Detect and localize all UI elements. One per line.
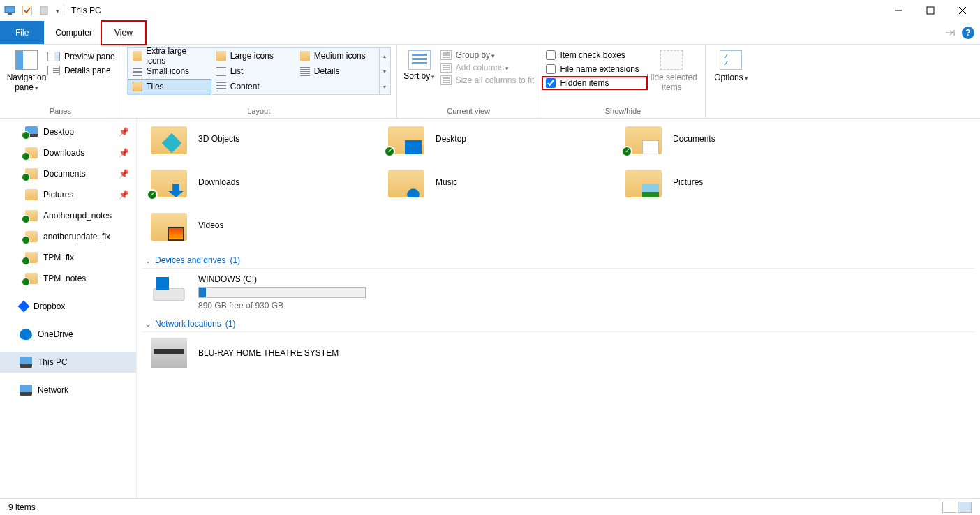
group-by-icon	[440, 50, 452, 60]
folder-videos[interactable]: Videos	[151, 204, 346, 247]
folder-icon	[25, 147, 38, 158]
sync-badge-icon	[147, 189, 158, 200]
sidebar-item-downloads[interactable]: Downloads📌	[0, 142, 136, 163]
layout-large-icons[interactable]: Large icons	[211, 48, 295, 64]
this-pc-icon	[20, 357, 32, 368]
layout-details[interactable]: Details	[295, 64, 379, 79]
title-bar: This PC	[0, 0, 980, 21]
hide-selected-items-button: Hide selected items	[644, 47, 699, 93]
system-buttons	[882, 0, 979, 21]
close-button[interactable]	[946, 0, 979, 21]
layout-list[interactable]: List	[211, 64, 295, 79]
network-locations-header[interactable]: ⌄ Network locations (1)	[142, 311, 974, 332]
large-icons-icon	[216, 51, 226, 61]
hidden-items-checkbox[interactable]: Hidden items	[546, 78, 644, 88]
checkmark-icon[interactable]	[21, 4, 34, 17]
folder-downloads[interactable]: Downloads	[151, 161, 346, 204]
navigation-pane-button[interactable]: Navigation pane	[6, 47, 47, 93]
drive-windows-c[interactable]: WINDOWS (C:) 890 GB free of 930 GB	[142, 274, 974, 311]
sidebar-item-tpm-notes[interactable]: TPM_notes	[0, 268, 136, 289]
folder-3d-objects[interactable]: 3D Objects	[151, 119, 346, 161]
tab-view[interactable]: View	[103, 21, 144, 44]
sidebar-item-dropbox[interactable]: Dropbox	[0, 296, 136, 317]
details-pane-button[interactable]: Details pane	[47, 66, 115, 75]
folder-icon	[25, 252, 38, 263]
drive-name: WINDOWS (C:)	[198, 274, 366, 284]
svg-rect-5	[927, 7, 934, 14]
devices-and-drives-header[interactable]: ⌄ Devices and drives (1)	[142, 247, 974, 269]
content-icon	[216, 82, 226, 91]
layout-tiles[interactable]: Tiles	[128, 79, 211, 94]
sidebar-item-documents[interactable]: Documents📌	[0, 163, 136, 184]
layout-extra-large-icons[interactable]: Extra large icons	[128, 48, 211, 64]
folder-desktop[interactable]: Desktop	[388, 119, 584, 161]
group-show-hide-label: Show/hide	[546, 105, 699, 117]
properties-icon[interactable]	[38, 4, 50, 17]
group-show-hide: Item check boxes File name extensions Hi…	[540, 45, 706, 118]
chevron-down-icon: ⌄	[145, 257, 151, 264]
folder-pictures[interactable]: Pictures	[625, 161, 821, 204]
details-pane-label: Details pane	[64, 66, 111, 75]
svg-rect-9	[154, 288, 184, 301]
layout-content[interactable]: Content	[211, 79, 295, 94]
maximize-button[interactable]	[914, 0, 946, 21]
sidebar-item-desktop[interactable]: Desktop📌	[0, 121, 136, 142]
layout-gallery[interactable]: Extra large icons Large icons Medium ico…	[127, 47, 391, 95]
sort-by-icon	[408, 50, 431, 70]
titlebar-divider	[64, 5, 64, 16]
svg-rect-0	[5, 6, 15, 13]
sort-by-button[interactable]: Sort by	[403, 47, 436, 81]
item-check-boxes-checkbox[interactable]: Item check boxes	[546, 50, 644, 60]
group-layout-label: Layout	[127, 105, 391, 117]
tab-computer[interactable]: Computer	[44, 21, 103, 44]
sync-badge-icon	[384, 146, 395, 157]
drive-usage-bar	[198, 287, 366, 298]
sidebar-item-onedrive[interactable]: OneDrive	[0, 324, 136, 345]
medium-icons-icon	[300, 51, 310, 61]
computer-icon	[4, 4, 17, 17]
ribbon-tabs: File Computer View ?	[0, 21, 980, 45]
minimize-button[interactable]	[882, 0, 914, 21]
options-icon	[720, 50, 742, 70]
sidebar-item-pictures[interactable]: Pictures📌	[0, 184, 136, 205]
sidebar-item-network[interactable]: Network	[0, 380, 136, 401]
minimize-ribbon-icon[interactable]	[945, 29, 956, 37]
size-columns-icon	[440, 75, 452, 85]
tiles-icon	[133, 82, 142, 91]
layout-gallery-scroll[interactable]: ▴▾▾	[379, 48, 390, 94]
status-item-count: 9 items	[8, 502, 36, 512]
preview-pane-label: Preview pane	[64, 52, 115, 61]
group-by-button[interactable]: Group by	[440, 50, 535, 60]
status-tiles-view-button[interactable]	[958, 502, 972, 513]
sidebar-item-anotherupd-notes[interactable]: Anotherupd_notes	[0, 205, 136, 226]
file-name-extensions-checkbox[interactable]: File name extensions	[546, 64, 644, 74]
status-view-toggles	[942, 502, 972, 513]
hide-selected-icon	[660, 50, 683, 70]
folder-documents[interactable]: Documents	[625, 119, 821, 161]
drive-free-text: 890 GB free of 930 GB	[198, 301, 366, 311]
add-columns-icon	[440, 63, 452, 73]
navigation-sidebar[interactable]: Desktop📌 Downloads📌 Documents📌 Pictures📌…	[0, 119, 137, 498]
layout-small-icons[interactable]: Small icons	[128, 64, 211, 79]
group-options: Options	[706, 45, 756, 118]
sidebar-item-this-pc[interactable]: This PC	[0, 352, 136, 373]
list-icon	[216, 66, 226, 76]
content-pane[interactable]: 3D Objects Desktop Documents Downloads M…	[137, 119, 980, 498]
tab-file[interactable]: File	[0, 21, 44, 44]
preview-pane-button[interactable]: Preview pane	[47, 52, 115, 61]
network-location-bluray[interactable]: BLU-RAY HOME THEATRE SYSTEM	[142, 338, 974, 368]
quick-access-toolbar	[1, 4, 59, 17]
help-icon[interactable]: ?	[962, 27, 974, 39]
preview-pane-icon	[47, 52, 60, 61]
window-title: This PC	[68, 6, 101, 15]
sort-by-label: Sort by	[403, 71, 435, 81]
options-button[interactable]: Options	[711, 47, 750, 82]
folder-music[interactable]: Music	[388, 161, 584, 204]
pin-icon: 📌	[119, 127, 129, 137]
sidebar-item-anotherupdate-fix[interactable]: anotherupdate_fix	[0, 226, 136, 247]
layout-medium-icons[interactable]: Medium icons	[295, 48, 379, 64]
size-all-columns-button: Size all columns to fit	[440, 75, 535, 85]
qat-dropdown-icon[interactable]	[54, 6, 59, 15]
status-details-view-button[interactable]	[942, 502, 956, 513]
sidebar-item-tpm-fix[interactable]: TPM_fix	[0, 247, 136, 268]
